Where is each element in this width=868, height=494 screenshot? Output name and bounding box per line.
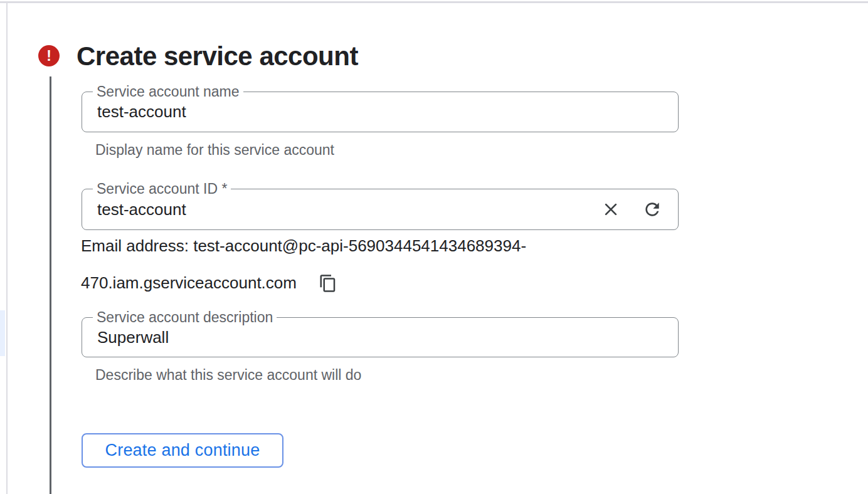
service-account-description-helper: Describe what this service account will … — [95, 367, 361, 384]
left-edge-highlight — [0, 310, 5, 356]
service-account-id-label: Service account ID * — [93, 181, 231, 196]
copy-icon — [319, 274, 337, 293]
panel-top-border — [0, 1, 868, 3]
page-title: Create service account — [77, 41, 358, 71]
regenerate-id-button[interactable] — [642, 199, 662, 219]
service-account-name-label: Service account name — [93, 84, 243, 99]
service-account-description-label: Service account description — [93, 310, 277, 325]
create-service-account-panel: ! Create service account Service account… — [0, 0, 868, 494]
email-address-label: Email address: — [81, 236, 193, 255]
email-address-part1: test-account@pc-api-5690344541434689394- — [193, 236, 526, 255]
error-icon-glyph: ! — [46, 49, 51, 63]
service-account-id-field: Service account ID * — [82, 189, 679, 230]
panel-left-border — [6, 1, 8, 494]
create-and-continue-button[interactable]: Create and continue — [82, 433, 283, 468]
copy-email-button[interactable] — [319, 274, 337, 293]
stepper-connector-line — [50, 76, 51, 494]
email-address-part2: 470.iam.gserviceaccount.com — [81, 273, 297, 293]
close-icon — [601, 200, 620, 219]
error-icon: ! — [38, 45, 60, 66]
service-account-description-field: Service account description — [82, 317, 679, 357]
service-account-name-field: Service account name — [82, 92, 679, 132]
email-address-line1: Email address: test-account@pc-api-56903… — [81, 236, 526, 256]
clear-id-button[interactable] — [601, 200, 620, 219]
refresh-icon — [642, 199, 662, 219]
service-account-name-helper: Display name for this service account — [95, 142, 334, 159]
email-address-line2: 470.iam.gserviceaccount.com — [81, 273, 337, 293]
